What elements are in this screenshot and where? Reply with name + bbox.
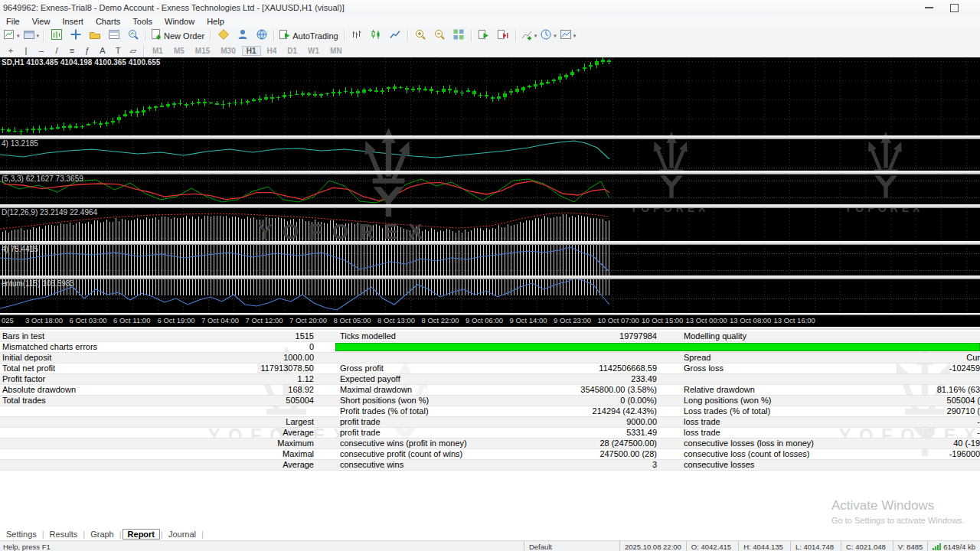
toolbar-button-market-globe[interactable] xyxy=(252,28,271,43)
toolbar-button-chart-line[interactable] xyxy=(386,28,405,43)
status-help: Help, press F1 xyxy=(0,541,524,551)
toolbar-button-tile-windows[interactable] xyxy=(449,28,469,43)
menu-item-file[interactable]: File xyxy=(0,16,26,27)
crosshair-tool[interactable]: + xyxy=(3,45,18,57)
time-axis-label: 8 Oct 22:00 xyxy=(422,316,459,324)
tab-graph[interactable]: Graph xyxy=(86,530,119,539)
menu-item-window[interactable]: Window xyxy=(158,16,201,27)
report-cell-c1: Initial deposit xyxy=(2,353,182,363)
status-profile[interactable]: Default xyxy=(524,541,619,551)
trendline-tool[interactable]: / xyxy=(49,45,64,57)
chevron-down-icon: ▾ xyxy=(534,33,537,39)
activate-windows-line2: Go to Settings to activate Windows. xyxy=(831,516,965,525)
toolbar-button-chart-new[interactable]: ▾ xyxy=(2,28,21,43)
toolbar-button-navigator[interactable] xyxy=(85,28,104,43)
timeframe-mn[interactable]: MN xyxy=(325,46,347,56)
fibonacci-tool[interactable]: ƒ xyxy=(80,45,95,57)
report-cell-c3: Relative drawdown xyxy=(684,385,864,395)
toolbar-button-chart-candles[interactable] xyxy=(367,28,386,43)
horizontal-line-tool[interactable]: – xyxy=(34,45,49,57)
toolbar-button-tester-step[interactable] xyxy=(494,28,513,43)
tab-settings[interactable]: Settings xyxy=(2,530,41,539)
tab-journal[interactable]: Journal xyxy=(164,530,201,539)
autotrading-icon xyxy=(279,28,291,44)
toolbar-button-strategy-tester[interactable] xyxy=(123,28,142,43)
expert-advisors-icon xyxy=(237,28,249,44)
channel-tool[interactable]: ≡ xyxy=(64,45,80,57)
time-axis-label: 7 Oct 20:00 xyxy=(289,316,327,324)
pane-separator-4[interactable] xyxy=(0,241,980,245)
pane-separator-6[interactable] xyxy=(0,313,980,315)
vertical-line-tool[interactable]: | xyxy=(18,45,34,57)
periods-icon xyxy=(540,28,552,44)
report-cell-c3: Loss trades (% of total) xyxy=(684,406,864,416)
drawing-tools: +|–/≡ƒAT▱ xyxy=(3,45,141,57)
timeframe-m15[interactable]: M15 xyxy=(191,46,214,56)
menu-item-insert[interactable]: Insert xyxy=(56,16,90,27)
time-axis-label: 13 Oct 16:00 xyxy=(774,316,815,324)
strategy-tester-icon xyxy=(127,28,139,44)
toolbar-button-new-order[interactable]: New Order xyxy=(149,28,207,43)
menu-item-tools[interactable]: Tools xyxy=(126,16,158,27)
report-cell-c2: Profit trades (% of total) xyxy=(340,406,495,416)
toolbar-button-autotrading[interactable]: AutoTrading xyxy=(277,28,341,43)
toolbar-button-periods[interactable]: ▾ xyxy=(538,28,558,43)
chart-candles-icon xyxy=(370,28,382,44)
time-axis-label: 10 Oct 15:00 xyxy=(642,316,683,324)
timeframe-m5[interactable]: M5 xyxy=(169,46,189,56)
toolbar-button-tester-start[interactable] xyxy=(475,28,494,43)
report-cell-c1: Bars in test xyxy=(2,331,182,341)
pane-separator-5[interactable] xyxy=(0,276,980,279)
report-cell-v1: Average xyxy=(184,428,314,438)
menu-item-view[interactable]: View xyxy=(26,16,57,27)
toolbar-button-chart-bars[interactable] xyxy=(348,28,367,43)
timeframe-m1[interactable]: M1 xyxy=(148,46,168,56)
shapes-tool[interactable]: ▱ xyxy=(126,45,141,57)
toolbar-button-zoom-out[interactable] xyxy=(430,28,449,43)
toolbar-button-metaeditor[interactable] xyxy=(214,28,233,43)
indicators-icon xyxy=(521,28,533,44)
menu-item-charts[interactable]: Charts xyxy=(90,16,126,27)
text-tool[interactable]: A xyxy=(95,45,110,57)
market-globe-icon xyxy=(256,28,268,44)
chart-area[interactable]: SD,H1 4103.485 4104.198 4100.365 4100.65… xyxy=(0,57,980,327)
label-tool[interactable]: T xyxy=(110,45,126,57)
toolbar-button-data-window[interactable] xyxy=(66,28,85,43)
timeframe-h1[interactable]: H1 xyxy=(242,46,261,56)
report-row: Mismatched charts errors0 xyxy=(0,342,980,353)
report-cell-c3: Long positions (won %) xyxy=(684,396,864,406)
pane-separator-2[interactable] xyxy=(0,171,980,174)
toolbar-button-profiles[interactable]: ▾ xyxy=(21,28,41,43)
time-axis-label: 9 Oct 23:00 xyxy=(554,316,591,324)
report-cell-c2: consecutive wins (profit in money) xyxy=(340,439,495,448)
maximize-button-icon[interactable] xyxy=(950,4,959,12)
time-axis-label: 6 Oct 19:00 xyxy=(158,316,195,324)
timeframe-w1[interactable]: W1 xyxy=(303,46,324,56)
minimize-button-icon[interactable] xyxy=(925,7,933,8)
time-axis-label: 6 Oct 03:00 xyxy=(70,316,107,324)
toolbar-button-zoom-in[interactable] xyxy=(411,28,430,43)
menu-item-help[interactable]: Help xyxy=(201,16,230,27)
toolbar-button-expert-advisors[interactable] xyxy=(233,28,252,43)
indicator-label-1: 4) 13.2185 xyxy=(2,139,38,148)
indicator-label-3: D(12,26,9) 23.2149 22.4964 xyxy=(2,208,97,217)
report-cell-v2: 247500.00 (28) xyxy=(498,449,657,459)
time-axis-label: 13 Oct 00:00 xyxy=(686,316,727,324)
toolbar-button-templates[interactable]: ▾ xyxy=(558,28,578,43)
report-cell-v2: 3545800.00 (3.58%) xyxy=(498,385,657,395)
toolbar-button-market-watch[interactable] xyxy=(47,28,66,43)
pane-separator-3[interactable] xyxy=(0,204,980,208)
watermark-logo-icon xyxy=(856,132,916,199)
report-cell-v3: - xyxy=(865,428,980,438)
toolbar-button-terminal[interactable] xyxy=(104,28,123,43)
timeframe-h4[interactable]: H4 xyxy=(263,46,282,56)
new-order-icon xyxy=(150,28,162,44)
time-axis-label: 7 Oct 04:00 xyxy=(201,316,239,324)
time-axis-label: 8 Oct 13:00 xyxy=(377,316,415,324)
toolbar-button-indicators[interactable]: ▾ xyxy=(519,28,539,43)
tab-report[interactable]: Report xyxy=(122,529,160,540)
tab-results[interactable]: Results xyxy=(45,530,83,539)
timeframe-m30[interactable]: M30 xyxy=(216,46,240,56)
pane-separator-1[interactable] xyxy=(0,135,980,139)
timeframe-d1[interactable]: D1 xyxy=(283,46,302,56)
